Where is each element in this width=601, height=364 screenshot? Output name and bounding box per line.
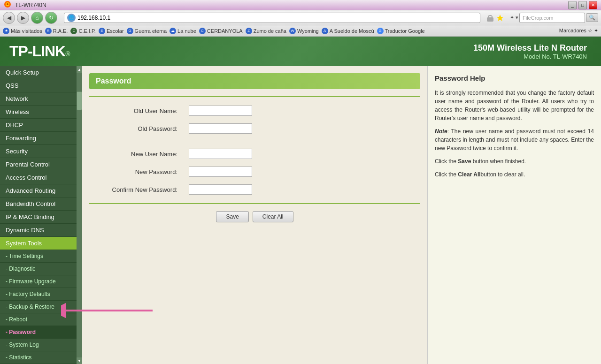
clear-all-button[interactable]: Clear All [253,211,293,222]
bookmark-rae[interactable]: R R.A.E. [45,28,68,34]
new-password-label: New Password: [89,163,183,181]
content-wrapper: Password Old User Name: Old Password: [82,66,601,364]
bookmark-cerdanyola[interactable]: C CERDANYOLA [199,28,243,34]
sidebar-item-factory-defaults[interactable]: - Factory Defaults [0,288,77,301]
router-main: Quick Setup QSS Network Wireless DHCP Fo… [0,66,601,364]
sidebar-item-quick-setup[interactable]: Quick Setup [0,66,77,79]
bookmark-label: Traductor Google [385,28,425,34]
search-text: FileCrop.com [523,15,553,21]
help-clear-suffix: button to clear all. [481,171,525,178]
bookmark-zumo[interactable]: Z Zumo de caña [246,28,286,34]
bookmark-label: R.A.E. [53,28,68,34]
bookmark-label: Más visitados [11,28,42,34]
sidebar-item-network[interactable]: Network [0,92,77,106]
sidebar-item-statistics[interactable]: - Statistics [0,351,77,364]
sidebar-item-ip-mac-binding[interactable]: IP & MAC Binding [0,211,77,224]
bookmark-icon-traductor: G [377,28,384,34]
sidebar-item-wireless[interactable]: Wireless [0,106,77,119]
browser-titlebar: TL-WR740N _ □ ✕ [0,0,601,10]
help-save-link: Save [458,158,471,165]
old-password-input[interactable] [189,123,252,134]
sidebar-item-dhcp[interactable]: DHCP [0,119,77,132]
bookmark-label: C.E.I.P. [78,28,95,34]
refresh-button[interactable]: ↻ [45,12,57,24]
bookmark-traductor[interactable]: G Traductor Google [377,28,425,34]
model-title: 150M Wireless Lite N Router [473,43,587,53]
bookmark-label: Guerra eterna [135,28,167,34]
forward-button[interactable]: ▶ [17,12,29,24]
new-username-input[interactable] [189,149,252,159]
sidebar-item-password[interactable]: - Password [0,326,77,339]
bookmark-guerra[interactable]: G Guerra eterna [127,28,167,34]
search-button[interactable]: 🔍 [586,13,598,22]
search-bar[interactable]: FileCrop.com [519,13,585,23]
old-username-label: Old User Name: [89,102,183,120]
bookmark-icon-escolar: E [99,28,105,34]
minimize-button[interactable]: _ [568,1,577,9]
spacer-row-1 [89,137,420,145]
sidebar-item-bandwidth-control[interactable]: Bandwidth Control [0,197,77,211]
bookmark-nube[interactable]: ☁ La nube [170,28,196,34]
sidebar-item-parental-control[interactable]: Parental Control [0,158,77,171]
sidebar-item-system-tools[interactable]: System Tools [0,237,77,250]
bookmarks-bar: ★ Más visitados R R.A.E. C C.E.I.P. E Es… [0,25,601,37]
address-bar[interactable]: 🌐 192.168.10.1 [64,13,480,23]
scrollbar-thumb[interactable] [77,91,82,110]
sidebar-item-system-log[interactable]: - System Log [0,339,77,351]
logo-text: TP-LINK [9,43,65,60]
home-button[interactable]: ⌂ [31,12,43,24]
scroll-down-arrow[interactable]: ▼ [77,357,82,364]
back-button[interactable]: ◀ [3,12,15,24]
model-number: Model No. TL-WR740N [473,53,587,60]
bookmark-label: Escolar [107,28,124,34]
old-username-input[interactable] [189,106,252,116]
address-text: 192.168.10.1 [77,15,110,21]
old-password-row: Old Password: [89,120,420,137]
help-clear-link: Clear All [458,171,480,178]
bookmark-sueldo[interactable]: A A Sueldo de Moscú [322,28,374,34]
confirm-password-label: Confirm New Password: [89,181,183,198]
lock-icon [486,14,494,22]
new-password-input[interactable] [189,167,252,177]
main-content: Password Old User Name: Old Password: [82,66,427,364]
maximize-button[interactable]: □ [578,1,587,9]
bookmark-mas-visitados[interactable]: ★ Más visitados [3,28,42,34]
bookmark-icon-wyoming: W [289,28,296,34]
help-note: Note: The new user name and password mus… [435,127,594,152]
sidebar-item-backup-restore[interactable]: - Backup & Restore [0,301,77,313]
new-username-label: New User Name: [89,145,183,163]
sidebar-item-diagnostic[interactable]: - Diagnostic [0,263,77,275]
sidebar-item-dynamic-dns[interactable]: Dynamic DNS [0,224,77,237]
confirm-password-input[interactable] [189,184,252,195]
bookmark-icon-zumo: Z [246,28,252,34]
help-save-suffix: button when finished. [471,158,526,165]
top-divider [89,96,420,97]
router-wrapper: TP-LINK® 150M Wireless Lite N Router Mod… [0,37,601,364]
sidebar-item-time-settings[interactable]: - Time Settings [0,250,77,263]
bookmark-icon-sueldo: A [322,28,328,34]
save-button[interactable]: Save [216,211,248,222]
bookmark-ceip[interactable]: C C.E.I.P. [70,28,95,34]
sidebar-item-reboot[interactable]: - Reboot [0,313,77,326]
scroll-up-arrow[interactable]: ▲ [77,66,82,73]
sidebar-item-firmware-upgrade[interactable]: - Firmware Upgrade [0,275,77,288]
logo-trademark: ® [65,50,69,58]
window-controls: _ □ ✕ [568,1,597,9]
bookmark-escolar[interactable]: E Escolar [99,28,124,34]
new-username-row: New User Name: [89,145,420,163]
search-prefix: ✦ ▾ [510,15,518,21]
sidebar-item-access-control[interactable]: Access Control [0,171,77,184]
close-button[interactable]: ✕ [589,1,597,9]
help-save-text: Click the Save button when finished. [435,157,594,166]
star-icon [496,14,504,22]
sidebar-scrollbar[interactable]: ▲ ▼ [77,66,82,364]
bookmark-label: CERDANYOLA [207,28,243,34]
sidebar-item-advanced-routing[interactable]: Advanced Routing [0,184,77,197]
sidebar-item-qss[interactable]: QSS [0,79,77,92]
password-header: Password [89,73,420,89]
bookmark-wyoming[interactable]: W Wyoming [289,28,319,34]
sidebar-item-forwarding[interactable]: Forwarding [0,132,77,145]
browser-toolbar: ◀ ▶ ⌂ ↻ 🌐 192.168.10.1 ✦ ▾ FileCrop.com … [0,10,601,25]
sidebar-item-security[interactable]: Security [0,145,77,158]
help-title: Password Help [435,73,594,84]
